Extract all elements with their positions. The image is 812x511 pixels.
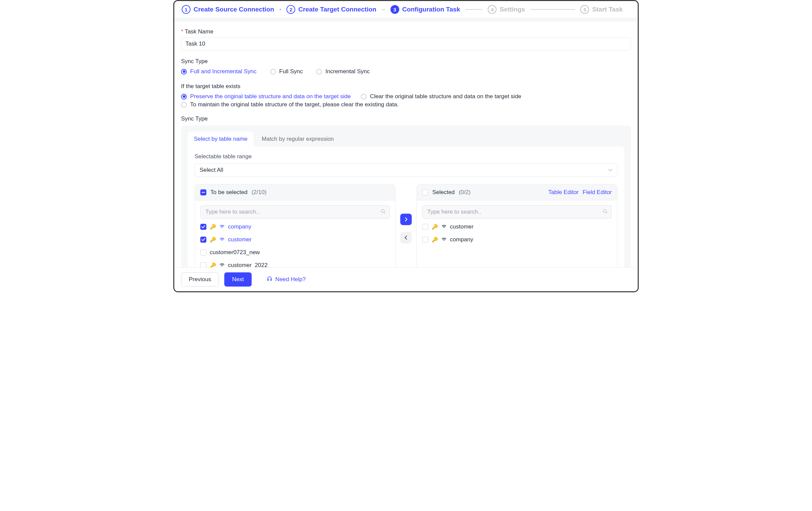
selected-list: Selected (0/2) Table Editor Field Editor [416,184,617,267]
svg-line-3 [606,212,607,213]
search-icon [380,209,386,216]
signal-icon [220,263,225,267]
radio-icon [181,102,187,108]
listbox-count: (0/2) [459,189,471,196]
tab-match-regex[interactable]: Match by regular expression [256,132,340,146]
step-5-label: Start Task [592,6,623,13]
select-all-checkbox[interactable] [200,189,206,195]
row-checkbox[interactable] [422,237,428,243]
step-1-number: 1 [182,5,191,14]
radio-icon [361,94,366,100]
step-separator-line [465,9,482,10]
step-4-label: Settings [500,6,525,13]
chevron-down-icon [608,169,612,171]
table-name: customer [228,236,252,243]
previous-button[interactable]: Previous [181,272,219,287]
table-row[interactable]: 🔑customer [422,223,612,230]
move-right-button[interactable] [400,214,412,225]
table-row[interactable]: 🔑customer_2022 [200,262,390,267]
step-5[interactable]: 5 Start Task [580,5,623,14]
signal-icon [441,224,447,230]
signal-icon [220,237,225,242]
radio-icon [316,69,322,75]
sync-type-label: Sync Type [181,58,631,65]
step-4[interactable]: 4 Settings [488,5,525,14]
radio-maintain-clear[interactable]: To maintain the original table structure… [181,101,631,108]
row-checkbox[interactable] [200,262,206,267]
table-editor-link[interactable]: Table Editor [548,189,579,196]
signal-icon [441,237,447,242]
table-row[interactable]: customer0723_new [200,249,390,256]
to-be-selected-list: To be selected (2/10) 🔑company🔑customerc… [195,184,396,267]
step-separator-icon: · [280,6,281,13]
listbox-title: Selected [432,189,455,196]
step-2-label: Create Target Connection [298,6,376,13]
step-3[interactable]: 3 Configuration Task [390,5,460,14]
row-checkbox[interactable] [200,224,206,230]
field-editor-link[interactable]: Field Editor [583,189,612,196]
sync-type-label-2: Sync Type [181,115,631,122]
radio-preserve[interactable]: Preserve the original table structure an… [181,93,351,100]
table-range-label: Selectable table range [195,153,617,160]
config-form: * Task Name Sync Type Full and Increment… [174,22,638,267]
step-3-label: Configuration Task [402,6,460,13]
tab-select-by-name[interactable]: Select by table name [188,132,254,146]
required-star-icon: * [181,28,183,35]
table-name: customer0723_new [210,249,260,256]
headset-icon [267,276,273,284]
step-separator-icon: – [382,6,385,13]
step-separator-line [530,9,575,10]
radio-full-incremental[interactable]: Full and Incremental Sync [181,68,257,75]
key-icon: 🔑 [210,262,216,267]
listbox-title: To be selected [210,189,248,196]
table-row[interactable]: 🔑customer [200,236,390,243]
step-2-number: 2 [286,5,295,14]
search-icon [602,209,608,216]
table-name: customer_2022 [228,262,268,267]
radio-incremental-sync[interactable]: Incremental Sync [316,68,370,75]
table-row[interactable]: 🔑company [200,223,390,230]
table-row[interactable]: 🔑company [422,236,612,243]
table-selection-card: Select by table name Match by regular ex… [181,126,631,267]
table-name: company [450,236,473,243]
svg-line-1 [384,212,385,213]
left-search-input[interactable] [200,205,390,219]
radio-icon [181,94,187,100]
selection-tabs: Select by table name Match by regular ex… [188,132,624,146]
key-icon: 🔑 [210,224,216,230]
move-left-button[interactable] [400,232,412,243]
sync-type-radio-group: Full and Incremental Sync Full Sync Incr… [181,68,631,75]
table-range-select[interactable]: Select All [195,163,617,177]
table-name: company [228,223,251,230]
row-checkbox[interactable] [200,237,206,243]
task-name-label: * Task Name [181,28,631,35]
signal-icon [220,224,225,230]
step-2[interactable]: 2 Create Target Connection [286,5,376,14]
right-search-input[interactable] [422,205,612,219]
select-all-checkbox[interactable] [422,189,428,195]
radio-icon [270,69,276,75]
dual-listbox: To be selected (2/10) 🔑company🔑customerc… [195,184,617,267]
row-checkbox[interactable] [200,249,206,255]
step-1-label: Create Source Connection [194,6,274,13]
step-5-number: 5 [580,5,589,14]
step-3-number: 3 [390,5,399,14]
row-checkbox[interactable] [422,224,428,230]
next-button[interactable]: Next [224,272,252,287]
step-4-number: 4 [488,5,497,14]
task-name-input[interactable] [181,37,631,51]
transfer-buttons [400,184,412,267]
table-name: customer [450,223,474,230]
listbox-count: (2/10) [252,189,267,196]
need-help-link[interactable]: Need Help? [267,276,306,284]
radio-full-sync[interactable]: Full Sync [270,68,303,75]
target-exists-radio-group: Preserve the original table structure an… [181,93,631,108]
key-icon: 🔑 [210,237,216,243]
wizard-footer: Previous Next Need Help? [174,267,638,291]
radio-icon [181,69,187,75]
radio-clear[interactable]: Clear the original table structure and d… [361,93,521,100]
target-exists-label: If the target table exists [181,83,631,90]
key-icon: 🔑 [432,237,438,243]
step-1[interactable]: 1 Create Source Connection [182,5,274,14]
wizard-stepper: 1 Create Source Connection · 2 Create Ta… [174,1,638,18]
